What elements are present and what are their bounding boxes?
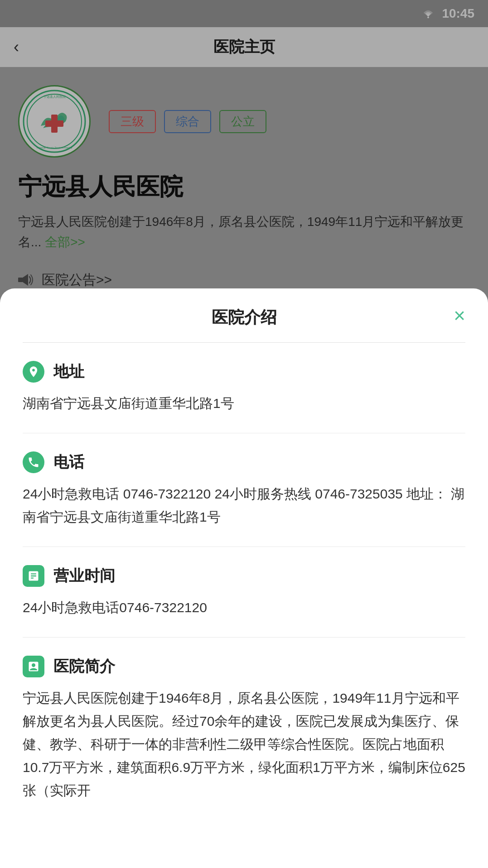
hospital-icon <box>23 656 44 677</box>
intro-label: 医院简介 <box>23 656 465 677</box>
intro-section: 医院简介 宁远县人民医院创建于1946年8月，原名县公医院，1949年11月宁远… <box>23 656 465 802</box>
divider-3 <box>23 637 465 638</box>
modal-header: 医院介绍 × <box>23 288 465 343</box>
close-button[interactable]: × <box>454 306 465 326</box>
bottom-sheet: 医院介绍 × 地址 湖南省宁远县文庙街道重华北路1号 电话 24小时急救电话 0… <box>0 288 488 868</box>
location-icon <box>23 361 44 383</box>
hours-section: 营业时间 24小时急救电话0746-7322120 <box>23 565 465 619</box>
intro-heading: 医院简介 <box>53 656 115 677</box>
phone-section: 电话 24小时急救电话 0746-7322120 24小时服务热线 0746-7… <box>23 451 465 528</box>
address-label: 地址 <box>23 361 465 383</box>
phone-content: 24小时急救电话 0746-7322120 24小时服务热线 0746-7325… <box>23 482 465 528</box>
divider-2 <box>23 547 465 547</box>
modal-title: 医院介绍 <box>212 307 277 329</box>
phone-icon <box>23 451 44 473</box>
hours-label: 营业时间 <box>23 565 465 587</box>
address-heading: 地址 <box>53 361 84 382</box>
hours-icon <box>23 565 44 587</box>
address-content: 湖南省宁远县文庙街道重华北路1号 <box>23 392 465 415</box>
address-section: 地址 湖南省宁远县文庙街道重华北路1号 <box>23 361 465 415</box>
intro-content: 宁远县人民医院创建于1946年8月，原名县公医院，1949年11月宁远和平解放更… <box>23 686 465 802</box>
hours-content: 24小时急救电话0746-7322120 <box>23 596 465 619</box>
divider-1 <box>23 433 465 433</box>
hours-heading: 营业时间 <box>53 566 115 586</box>
phone-label: 电话 <box>23 451 465 473</box>
phone-heading: 电话 <box>53 452 84 473</box>
